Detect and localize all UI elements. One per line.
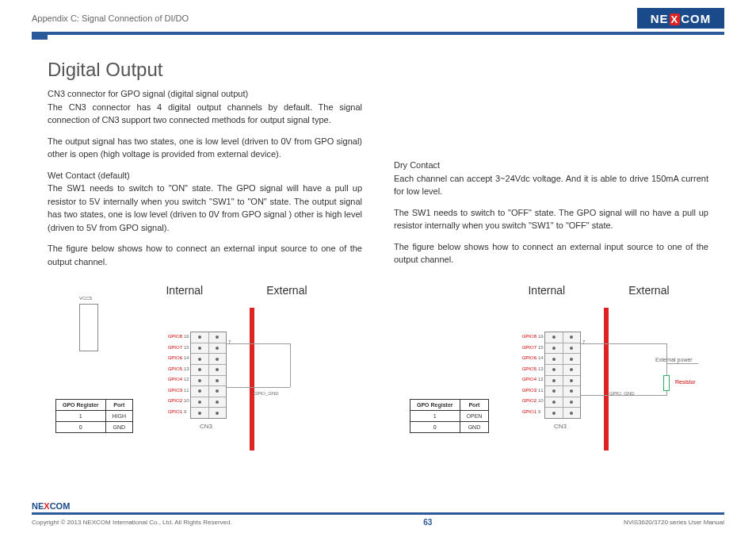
boundary-bar — [250, 308, 254, 451]
para: CN3 connector for GPO signal (digital si… — [48, 87, 362, 101]
diagrams: Internal External VCC5 CN3 GPIO8GPIO7GPI… — [0, 284, 756, 466]
para-heading: Dry Contact — [394, 159, 708, 172]
cn3-label: CN3 — [554, 423, 567, 430]
gpio-labels: GPIO8GPIO7GPIO6GPIO5 GPIO4GPIO3GPIO2GPIO… — [505, 332, 536, 417]
label-internal: Internal — [166, 284, 203, 297]
vcc-block: VCC5 — [79, 296, 98, 351]
dry-contact-diagram: Internal External CN3 GPIO8GPIO7GPIO6GPI… — [394, 284, 724, 466]
gpo-register-table-dry: GPO RegisterPort 1OPEN 0GND — [410, 399, 489, 433]
para: The SW1 needs to switch to "ON" state. T… — [48, 182, 362, 234]
left-column: CN3 connector for GPO signal (digital si… — [48, 87, 362, 276]
para: The output signal has two states, one is… — [48, 135, 362, 161]
external-power-label: External power — [655, 357, 693, 362]
label-external: External — [266, 284, 307, 297]
gpio-gnd-label: GPIO_GND — [254, 391, 279, 396]
wet-contact-diagram: Internal External VCC5 CN3 GPIO8GPIO7GPI… — [32, 284, 362, 466]
para: The CN3 connector has 4 digital output c… — [48, 101, 362, 127]
appendix-title: Appendix C: Signal Connection of DI/DO — [32, 13, 189, 23]
resistor-icon — [663, 375, 670, 391]
page-footer: NEXCOM Copyright © 2013 NEXCOM Internati… — [0, 500, 756, 527]
footer-logo: NEXCOM — [32, 500, 87, 512]
resistor-label: Resistor — [675, 379, 696, 385]
manual-name: NViS3620/3720 series User Manual — [624, 519, 724, 526]
right-column: Dry Contact Each channel can accept 3~24… — [394, 87, 708, 276]
gpio-labels: GPIO8GPIO7GPIO6GPIO5 GPIO4GPIO3GPIO2GPIO… — [151, 332, 182, 417]
gpo-register-table-wet: GPO RegisterPort 1HIGH 0GND — [55, 399, 133, 433]
para-heading: Wet Contact (default) — [48, 169, 362, 182]
copyright: Copyright © 2013 NEXCOM International Co… — [32, 519, 232, 526]
para: The figure below shows how to connect an… — [48, 242, 362, 268]
para: The SW1 needs to switch to "OFF" state. … — [394, 206, 708, 232]
pin-numbers-left: 16151413 1211109 — [184, 332, 189, 417]
page-number: 63 — [423, 518, 432, 527]
page-content: Digital Output CN3 connector for GPO sig… — [0, 35, 756, 276]
boundary-bar — [604, 308, 609, 451]
section-title: Digital Output — [48, 59, 708, 81]
page-header: Appendix C: Signal Connection of DI/DO N… — [0, 0, 756, 29]
para: The figure below shows how to connect an… — [394, 240, 708, 266]
pin-numbers-left: 16151413 1211109 — [538, 332, 544, 417]
nexcom-logo: NEXCOM — [637, 8, 724, 29]
label-internal: Internal — [528, 284, 565, 297]
cn3-label: CN3 — [200, 423, 212, 430]
cn3-connector — [190, 332, 227, 419]
cn3-connector — [544, 332, 581, 419]
label-external: External — [628, 284, 669, 297]
para: Each channel can accept 3~24Vdc voltage.… — [394, 172, 708, 198]
header-rule — [32, 32, 724, 35]
